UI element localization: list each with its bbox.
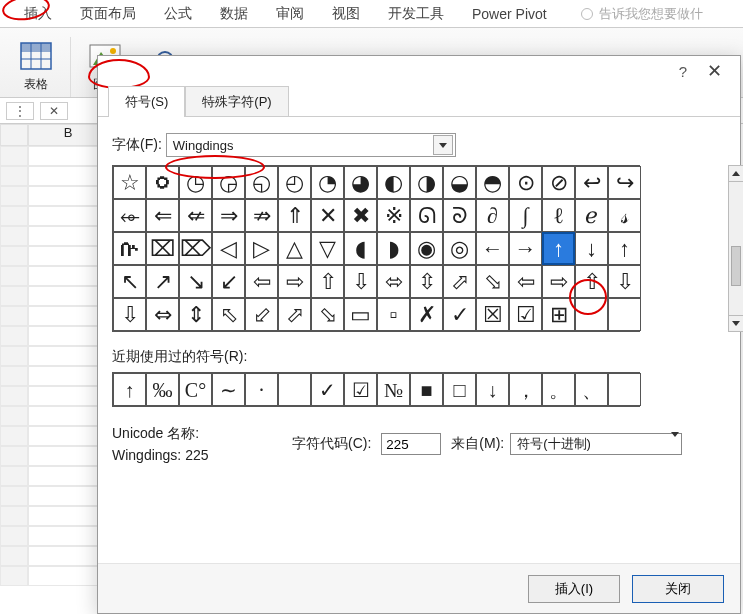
recent-symbol-cell[interactable] [608, 373, 641, 406]
cell[interactable] [28, 546, 108, 566]
cell[interactable] [28, 566, 108, 586]
row-header[interactable] [0, 186, 28, 206]
row-header[interactable] [0, 386, 28, 406]
from-combobox-dropdown[interactable] [671, 437, 679, 452]
cell[interactable] [28, 146, 108, 166]
recent-symbol-cell[interactable]: ■ [410, 373, 443, 406]
col-header-B[interactable]: B [28, 124, 108, 146]
symbol-cell[interactable]: ◔ [311, 166, 344, 199]
symbol-cell[interactable]: ✕ [311, 199, 344, 232]
symbol-cell[interactable]: ◁ [212, 232, 245, 265]
ribbon-tab-insert[interactable]: 插入 [10, 1, 66, 27]
symbol-cell[interactable]: ◖ [344, 232, 377, 265]
cell[interactable] [28, 386, 108, 406]
dialog-help-button[interactable]: ? [669, 59, 697, 84]
selectall-corner[interactable] [0, 124, 28, 146]
recent-symbol-cell[interactable]: · [245, 373, 278, 406]
symbol-cell[interactable]: ◷ [179, 166, 212, 199]
symbol-cell[interactable]: ⇩ [344, 265, 377, 298]
cell[interactable] [28, 206, 108, 226]
symbol-cell[interactable]: ⇦ [245, 265, 278, 298]
recent-symbol-cell[interactable]: ‰ [146, 373, 179, 406]
symbol-cell[interactable]: ℓ [542, 199, 575, 232]
symbol-cell[interactable]: ↖ [113, 265, 146, 298]
symbol-cell[interactable]: ⇨ [542, 265, 575, 298]
cell[interactable] [28, 346, 108, 366]
cell[interactable] [28, 526, 108, 546]
symbol-cell[interactable]: ⊙ [509, 166, 542, 199]
symbol-cell[interactable]: 𝓈 [608, 199, 641, 232]
recent-symbol-cell[interactable] [278, 373, 311, 406]
recent-symbol-cell[interactable]: 、 [575, 373, 608, 406]
symbol-cell[interactable]: ᘏ [410, 199, 443, 232]
symbol-cell[interactable]: ↑ [542, 232, 575, 265]
symbol-cell[interactable]: → [509, 232, 542, 265]
symbol-cell[interactable]: ᘐ [443, 199, 476, 232]
tell-me-search[interactable]: 告诉我您想要做什 [581, 5, 703, 23]
symbol-cell[interactable]: ⊘ [542, 166, 575, 199]
symbol-cell[interactable]: ⊞ [542, 298, 575, 331]
cell[interactable] [28, 306, 108, 326]
row-header[interactable] [0, 266, 28, 286]
symbol-cell[interactable] [608, 298, 641, 331]
cell[interactable] [28, 286, 108, 306]
symbol-cell[interactable]: ◶ [212, 166, 245, 199]
scroll-thumb[interactable] [731, 246, 741, 286]
ribbon-tab-layout[interactable]: 页面布局 [66, 1, 150, 27]
tab-special-chars[interactable]: 特殊字符(P) [185, 86, 288, 117]
symbol-cell[interactable]: ▭ [344, 298, 377, 331]
font-combobox-dropdown[interactable] [433, 135, 453, 155]
recent-symbol-cell[interactable]: □ [443, 373, 476, 406]
recent-symbol-cell[interactable]: 。 [542, 373, 575, 406]
symbol-cell[interactable]: ☆ [113, 166, 146, 199]
recent-symbol-cell[interactable]: ↑ [113, 373, 146, 406]
cell[interactable] [28, 166, 108, 186]
row-header[interactable] [0, 206, 28, 226]
symbol-cell[interactable]: ⇐ [146, 199, 179, 232]
tab-symbols[interactable]: 符号(S) [108, 86, 185, 117]
symbol-cell[interactable]: △ [278, 232, 311, 265]
symbol-cell[interactable]: ✗ [410, 298, 443, 331]
symbol-cell[interactable]: ⇏ [245, 199, 278, 232]
symbol-cell[interactable]: ⭘ [146, 166, 179, 199]
symbol-cell[interactable]: ↑ [608, 232, 641, 265]
ribbon-tab-formula[interactable]: 公式 [150, 1, 206, 27]
row-header[interactable] [0, 246, 28, 266]
row-header[interactable] [0, 566, 28, 586]
ribbon-tab-view[interactable]: 视图 [318, 1, 374, 27]
cell[interactable] [28, 186, 108, 206]
symbol-cell[interactable]: ☒ [476, 298, 509, 331]
row-header[interactable] [0, 346, 28, 366]
cell[interactable] [28, 446, 108, 466]
recent-symbol-cell[interactable]: ☑ [344, 373, 377, 406]
row-header[interactable] [0, 426, 28, 446]
symbol-cell[interactable]: ↩ [575, 166, 608, 199]
symbol-cell[interactable]: ▷ [245, 232, 278, 265]
row-header[interactable] [0, 226, 28, 246]
recent-symbol-cell[interactable]: № [377, 373, 410, 406]
symbol-cell[interactable]: ↪ [608, 166, 641, 199]
symbol-cell[interactable]: ⬁ [212, 298, 245, 331]
symbol-cell[interactable]: ⬄ [377, 265, 410, 298]
row-header[interactable] [0, 466, 28, 486]
symbol-cell[interactable]: ℯ [575, 199, 608, 232]
row-header[interactable] [0, 446, 28, 466]
symbol-cell[interactable]: ⬃ [245, 298, 278, 331]
symbol-cell[interactable]: ᎅ [113, 232, 146, 265]
symbol-cell[interactable]: ⇑ [278, 199, 311, 232]
symbol-cell[interactable]: ← [476, 232, 509, 265]
from-combobox[interactable]: 符号(十进制) [510, 433, 682, 455]
cell[interactable] [28, 246, 108, 266]
symbol-cell[interactable]: ⇍ [179, 199, 212, 232]
row-header[interactable] [0, 166, 28, 186]
ribbon-tab-data[interactable]: 数据 [206, 1, 262, 27]
cell[interactable] [28, 466, 108, 486]
ribbon-tab-review[interactable]: 审阅 [262, 1, 318, 27]
symbol-cell[interactable]: ⬂ [476, 265, 509, 298]
recent-symbol-cell[interactable]: ∼ [212, 373, 245, 406]
cell[interactable] [28, 326, 108, 346]
symbol-cell[interactable]: ⇔ [146, 298, 179, 331]
ribbon-group-table[interactable]: 表格 [10, 38, 62, 97]
symbol-cell[interactable]: ⬰ [113, 199, 146, 232]
symbol-cell[interactable]: ↓ [575, 232, 608, 265]
